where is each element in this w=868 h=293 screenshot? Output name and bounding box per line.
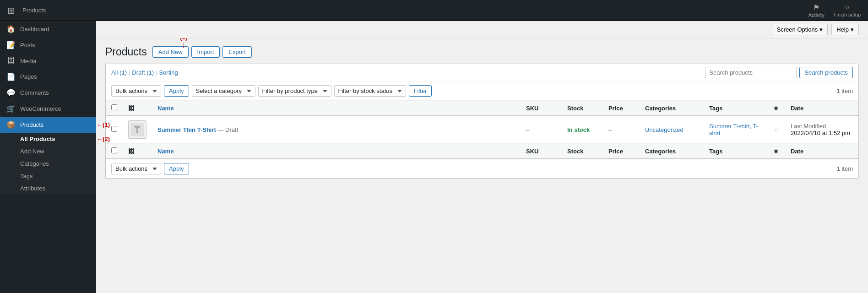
category-link[interactable]: Uncategorized: [645, 126, 684, 133]
activity-button[interactable]: ⚑ Activity: [808, 3, 825, 18]
filter-button[interactable]: Filter: [409, 85, 432, 97]
page-header: Products (3) ↓ Add New Import: [105, 46, 859, 58]
row-price-cell: –: [603, 116, 640, 144]
select-all-checkbox-footer[interactable]: [111, 147, 117, 153]
products-submenu: All Products ←(2) Add New Categories Tag…: [0, 133, 96, 195]
import-button[interactable]: Import: [191, 46, 220, 58]
filter-draft-link[interactable]: Draft (1): [132, 69, 154, 76]
categories-col-footer: Categories: [640, 144, 704, 159]
products-icon: 📦: [6, 120, 16, 129]
sidebar-item-comments[interactable]: 💬 Comments: [0, 85, 96, 101]
price-col-header[interactable]: Price: [603, 101, 640, 116]
global-header-left: ⊞ Products: [7, 5, 46, 16]
submenu-add-new[interactable]: Add New: [0, 145, 96, 157]
category-select[interactable]: Select a category: [192, 85, 255, 97]
sku-col-footer[interactable]: SKU: [521, 144, 562, 159]
arrow-down-icon: ↓: [182, 41, 186, 49]
sidebar-item-woocommerce[interactable]: 🛒 WooCommerce: [0, 101, 96, 117]
filter-row-bottom: Bulk actions Apply 1 item: [106, 159, 858, 178]
media-icon: 🖼: [6, 57, 16, 65]
name-col-header[interactable]: Name: [152, 101, 521, 116]
select-all-checkbox[interactable]: [111, 104, 117, 110]
image-header-icon: 🖼: [128, 105, 134, 112]
row-image-cell: [123, 116, 152, 144]
main-content: Screen Options ▾ Help ▾ Products (3): [96, 21, 868, 293]
star-col-header: ★: [768, 101, 785, 116]
apply-button-bottom[interactable]: Apply: [164, 163, 189, 174]
stock-col-footer: Stock: [562, 144, 603, 159]
table-row: Summer Thin T-Shirt — Draft – In stock: [106, 116, 858, 144]
bottom-filter-controls: Bulk actions Apply: [111, 163, 189, 174]
filter-sorting-link[interactable]: Sorting: [159, 69, 178, 76]
select-all-col-footer: [106, 144, 123, 159]
help-dropdown-icon: ▾: [851, 26, 854, 33]
price-col-footer[interactable]: Price: [603, 144, 640, 159]
name-col-footer[interactable]: Name: [152, 144, 521, 159]
search-input[interactable]: [705, 67, 797, 78]
dropdown-chevron-icon: ▾: [819, 26, 823, 33]
page-header-buttons: (3) ↓ Add New Import Export: [152, 46, 252, 58]
submenu-all-products[interactable]: All Products ←(2): [0, 133, 96, 145]
star-header-icon: ★: [773, 105, 779, 112]
filter-row-top: Bulk actions Apply Select a category Fil…: [106, 81, 858, 101]
sku-col-header[interactable]: SKU: [521, 101, 562, 116]
image-col-header: 🖼: [123, 101, 152, 116]
sidebar: 🏠 Dashboard 📝 Posts 🖼 Media 📄 Pages 💬 Co…: [0, 21, 96, 293]
posts-icon: 📝: [6, 41, 16, 49]
comments-icon: 💬: [6, 88, 16, 97]
date-col-header[interactable]: Date: [785, 101, 858, 116]
tags-col-footer: Tags: [704, 144, 768, 159]
dashboard-icon: 🏠: [6, 25, 16, 33]
row-stock-cell: In stock: [562, 116, 603, 144]
items-count-bottom: 1 item: [837, 165, 853, 172]
bulk-actions-select-top[interactable]: Bulk actions: [111, 85, 161, 97]
wp-logo-icon: ⊞: [7, 5, 15, 16]
submenu-categories[interactable]: Categories: [0, 157, 96, 170]
star-toggle-icon[interactable]: ☆: [773, 126, 780, 134]
sep-2: |: [156, 69, 157, 76]
annotation-3: (3) ↓: [180, 38, 188, 49]
image-footer-icon: 🖼: [128, 148, 134, 155]
row-star-cell[interactable]: ☆: [768, 116, 785, 144]
sidebar-item-dashboard[interactable]: 🏠 Dashboard: [0, 21, 96, 37]
page-title: Products: [105, 46, 147, 58]
submenu-attributes[interactable]: Attributes: [0, 182, 96, 195]
screen-options-button[interactable]: Screen Options ▾: [772, 24, 828, 35]
sidebar-item-media[interactable]: 🖼 Media: [0, 53, 96, 69]
product-thumbnail: [128, 120, 146, 139]
product-type-select[interactable]: Filter by product type: [258, 85, 331, 97]
help-button[interactable]: Help ▾: [831, 24, 859, 35]
row-checkbox[interactable]: [111, 126, 117, 132]
page-content: Products (3) ↓ Add New Import: [96, 38, 868, 293]
finish-setup-button[interactable]: ○ Finish setup: [834, 3, 861, 17]
subsubsub: All (1) | Draft (1) | Sorting: [111, 69, 178, 76]
search-row: Search products: [705, 67, 853, 78]
woocommerce-icon: 🛒: [6, 104, 16, 113]
filter-all-link[interactable]: All (1): [111, 69, 127, 76]
date-col-footer[interactable]: Date: [785, 144, 858, 159]
annotation-1: ←(1): [97, 121, 110, 128]
sidebar-item-pages[interactable]: 📄 Pages: [0, 69, 96, 85]
apply-button-top[interactable]: Apply: [164, 85, 189, 97]
finish-setup-icon: ○: [845, 3, 850, 11]
products-table-wrapper: All (1) | Draft (1) | Sorting: [105, 64, 859, 179]
star-col-footer: ★: [768, 144, 785, 159]
items-count-top: 1 item: [837, 87, 853, 94]
sidebar-item-products[interactable]: 📦 Products ←(1): [0, 117, 96, 133]
subsubsub-row: All (1) | Draft (1) | Sorting: [106, 64, 858, 81]
star-footer-icon: ★: [773, 148, 779, 155]
product-name-link[interactable]: Summer Thin T-Shirt: [157, 126, 217, 133]
products-table: 🖼 Name SKU Stock: [106, 101, 858, 159]
row-categories-cell: Uncategorized: [640, 116, 704, 144]
search-products-button[interactable]: Search products: [799, 67, 853, 78]
bulk-actions-select-bottom[interactable]: Bulk actions: [111, 163, 161, 174]
row-name-cell: Summer Thin T-Shirt — Draft: [152, 116, 521, 144]
screen-options-bar: Screen Options ▾ Help ▾: [96, 21, 868, 38]
submenu-tags[interactable]: Tags: [0, 170, 96, 182]
export-button[interactable]: Export: [222, 46, 252, 58]
sidebar-item-posts[interactable]: 📝 Posts: [0, 37, 96, 53]
annotation-2: ←(2): [97, 136, 110, 142]
image-col-footer: 🖼: [123, 144, 152, 159]
stock-status-select[interactable]: Filter by stock status: [334, 85, 406, 97]
breadcrumb-products: Products: [22, 7, 46, 14]
